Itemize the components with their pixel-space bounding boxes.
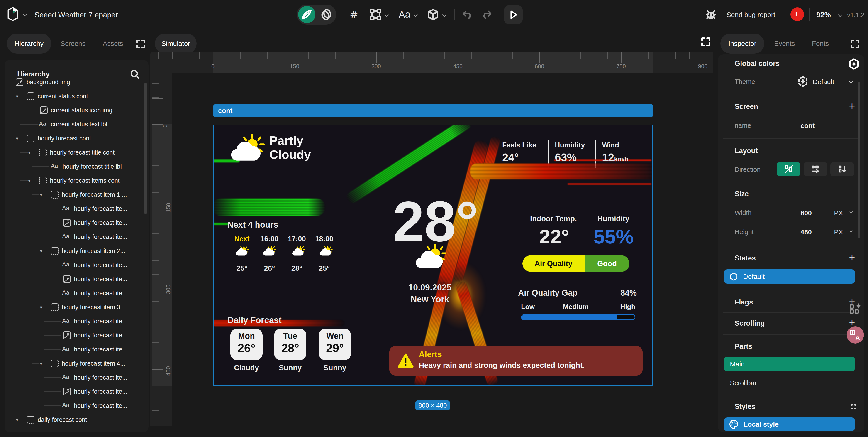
caret-down-icon[interactable]: ▾ <box>16 417 19 423</box>
height-label: Height <box>735 228 754 236</box>
selection-label: cont <box>218 107 232 115</box>
selection-header[interactable]: cont <box>213 104 653 117</box>
direction-row-button[interactable] <box>804 162 828 176</box>
tree-row[interactable]: Aahourly forecast ite... <box>4 371 149 384</box>
widget-tool-button[interactable] <box>426 7 440 22</box>
redo-button[interactable] <box>479 7 494 22</box>
caret-down-icon[interactable]: ▾ <box>40 361 42 367</box>
caret-down-icon[interactable]: ▾ <box>28 178 31 183</box>
play-button[interactable] <box>504 5 523 24</box>
tab-simulator[interactable]: Simulator <box>155 34 196 54</box>
add-state-button[interactable]: + <box>849 252 855 263</box>
tree-row[interactable]: ▾hourly forecast items cont <box>4 174 149 187</box>
expand-left-panel-icon[interactable] <box>135 39 146 49</box>
tree-row[interactable]: current status icon img <box>4 104 149 117</box>
tree-row[interactable]: Aahourly forecast ite... <box>4 343 149 356</box>
direction-none-button[interactable] <box>777 162 800 176</box>
simulator-canvas[interactable]: PartlyCloudy Feels Like 24° Humidity 63%… <box>213 124 653 386</box>
tree-row[interactable]: hourly forecast ite... <box>4 385 149 399</box>
tree-row[interactable]: ▾hourly forecast item 2... <box>4 244 149 258</box>
tree-row[interactable]: Aahourly forecast ite... <box>4 315 149 328</box>
zoom-chevron-icon[interactable] <box>838 12 842 17</box>
add-screen-button[interactable]: + <box>849 101 855 111</box>
tree-row[interactable]: Aahourly forecast ite... <box>4 230 149 244</box>
caret-down-icon[interactable]: ▾ <box>28 150 31 155</box>
tree-row[interactable]: ▾daily forecast cont <box>4 413 149 427</box>
tree-row[interactable]: Aahourly forecast title lbl <box>4 160 149 173</box>
caret-down-icon[interactable]: ▾ <box>40 248 42 254</box>
caret-down-icon[interactable]: ▾ <box>16 93 19 99</box>
tree-row[interactable]: ▾hourly forecast item 4... <box>4 357 149 370</box>
tree-row[interactable]: ▾hourly forecast item 1 ... <box>4 188 149 202</box>
tree-row[interactable]: ▾current status cont <box>4 89 149 103</box>
width-unit[interactable]: PX <box>834 209 843 217</box>
styles-grid-icon[interactable] <box>851 404 852 406</box>
theme-chevron-icon[interactable] <box>849 79 853 83</box>
height-value[interactable]: 480 <box>800 228 812 236</box>
caret-down-icon[interactable]: ▾ <box>16 136 19 141</box>
direction-column-button[interactable] <box>830 162 854 176</box>
text-tool-chevron-icon[interactable] <box>413 12 418 17</box>
frame-tool-button[interactable] <box>369 7 383 22</box>
caret-down-icon[interactable]: ▾ <box>40 304 42 310</box>
local-style-pill[interactable]: Local style <box>724 417 855 431</box>
inspector-scrollbar[interactable] <box>858 82 860 238</box>
text-icon: Aa <box>62 261 69 269</box>
height-unit-chevron-icon[interactable] <box>849 229 853 233</box>
part-scrollbar[interactable]: Scrollbar <box>724 377 855 389</box>
width-unit-chevron-icon[interactable] <box>849 210 853 214</box>
screen-name-value[interactable]: cont <box>800 122 815 129</box>
height-unit[interactable]: PX <box>834 228 843 236</box>
tab-assets[interactable]: Assets <box>101 34 124 54</box>
tab-screens[interactable]: Screens <box>59 34 87 54</box>
day-cond: Claudy <box>234 363 259 372</box>
expand-canvas-icon[interactable] <box>701 37 711 47</box>
tree-row[interactable]: Aahourly forecast ite... <box>4 202 149 215</box>
section-divider <box>723 96 859 96</box>
image-icon <box>63 275 71 283</box>
tree-row[interactable]: ▾hourly forecast item 3... <box>4 300 149 314</box>
tab-events[interactable]: Events <box>774 34 796 54</box>
avatar[interactable]: L <box>790 7 804 21</box>
send-bug-report-button[interactable]: Send bug report <box>726 11 775 19</box>
tree-row[interactable]: hourly forecast ite... <box>4 328 149 342</box>
app-logo-icon[interactable] <box>6 7 19 21</box>
zoom-level[interactable]: 92% <box>816 11 831 19</box>
tree-row[interactable]: Aahourly forecast ite... <box>4 286 149 300</box>
pen-tool-button[interactable] <box>298 6 315 23</box>
tab-fonts[interactable]: Fonts <box>810 34 831 54</box>
tree-row[interactable]: ▾hourly forecast title cont <box>4 146 149 159</box>
extension-capture-icon[interactable] <box>849 302 863 315</box>
tree-row[interactable]: hourly forecast ite... <box>4 272 149 286</box>
width-value[interactable]: 800 <box>800 209 812 217</box>
project-menu-chevron-icon[interactable] <box>23 12 27 16</box>
tab-inspector[interactable]: Inspector <box>720 34 764 54</box>
tree-row[interactable]: hourly forecast ite... <box>4 216 149 230</box>
tab-hierarchy[interactable]: Hierarchy <box>7 34 51 54</box>
tree-row[interactable]: background img <box>4 75 149 89</box>
state-default[interactable]: Default <box>724 269 855 284</box>
stat-label: Wind <box>602 141 619 149</box>
grid-toggle-button[interactable]: # <box>347 7 361 22</box>
width-label: Width <box>735 209 751 217</box>
layers-tool-button[interactable] <box>318 6 335 23</box>
part-main[interactable]: Main <box>724 357 855 372</box>
ruler-label: 750 <box>616 63 626 70</box>
global-colors-hexagon-icon[interactable] <box>848 58 859 70</box>
tree-row[interactable]: Aahourly forecast ite... <box>4 258 149 272</box>
expand-right-panel-icon[interactable] <box>850 39 860 49</box>
theme-value[interactable]: Default <box>813 78 834 86</box>
tree-row[interactable]: Aacurrent status text lbl <box>4 118 149 131</box>
translate-fab[interactable]: A <box>847 326 864 344</box>
caret-down-icon[interactable]: ▾ <box>40 192 42 198</box>
top-bar: Seeed Weather 7 epaper # Aa Send bug rep… <box>0 0 868 29</box>
tree-label: hourly forecast ite... <box>74 318 127 325</box>
tree-row[interactable]: Aahourly forecast ite... <box>4 399 149 412</box>
text-tool-button[interactable]: Aa <box>397 7 412 22</box>
tree-row[interactable]: ▾hourly forecast cont <box>4 132 149 145</box>
indoor-value: 22° <box>539 225 569 248</box>
ruler-label: 900 <box>698 63 708 70</box>
frame-tool-chevron-icon[interactable] <box>384 12 389 17</box>
undo-button[interactable] <box>460 7 475 22</box>
widget-tool-chevron-icon[interactable] <box>442 12 446 17</box>
